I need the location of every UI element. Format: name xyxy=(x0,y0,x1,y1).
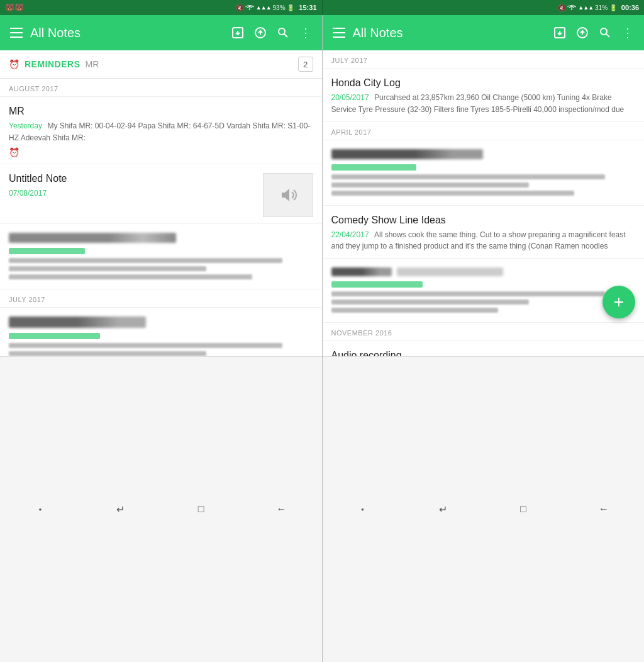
search-icon-left[interactable] xyxy=(274,24,292,42)
nav-dot-right[interactable]: ● xyxy=(350,496,375,522)
battery-left: 93% 🔋 xyxy=(273,4,295,11)
signal-right: ▲▲▲ xyxy=(578,4,593,11)
note-untitled[interactable]: Untitled Note 07/08/2017 xyxy=(0,164,322,224)
note-blurred-right-2[interactable] xyxy=(323,259,645,323)
left-toolbar: All Notes ⋮ xyxy=(0,15,322,50)
alarm-indicator: ⏰ xyxy=(9,147,313,157)
bottom-nav-right: ● ↵ □ ← xyxy=(323,356,645,663)
section-header-jul-right: JULY 2017 xyxy=(323,50,645,69)
wifi-icon-left xyxy=(245,4,254,11)
mute-icon-left: 🔇 xyxy=(236,4,243,11)
note-untitled-content: Untitled Note 07/08/2017 xyxy=(9,173,257,217)
search-icon-right[interactable] xyxy=(596,24,614,42)
right-panel-title: All Notes xyxy=(353,26,547,40)
reminders-bar[interactable]: ⏰ REMINDERS MR 2 xyxy=(0,50,322,79)
more-icon-right[interactable]: ⋮ xyxy=(619,24,636,42)
menu-icon-left[interactable] xyxy=(8,24,25,42)
nav-back-right[interactable]: ← xyxy=(591,496,616,522)
note-body-mr: Yesterday My Shifa MR: 00-04-02-94 Papa … xyxy=(9,120,313,143)
import-icon-left[interactable] xyxy=(229,24,247,42)
left-panel-title: All Notes xyxy=(30,26,224,40)
section-header-jul-left: JULY 2017 xyxy=(0,289,322,308)
svg-rect-2 xyxy=(10,36,23,38)
reminders-sublabel: MR xyxy=(86,59,99,69)
note-honda[interactable]: Honda City Log 20/05/2017 Purcahsed at 2… xyxy=(323,69,645,122)
left-panel: All Notes ⋮ ⏰ REMINDERS MR 2 AUGUST xyxy=(0,15,322,662)
battery-right: 31% 🔋 xyxy=(595,4,617,11)
note-thumb-audio xyxy=(263,173,313,217)
left-content: ⏰ REMINDERS MR 2 AUGUST 2017 MR Yesterda… xyxy=(0,50,322,356)
wifi-icon-right xyxy=(567,4,576,11)
section-header-apr: APRIL 2017 xyxy=(323,122,645,140)
nav-home-left[interactable]: □ xyxy=(189,496,214,522)
svg-rect-1 xyxy=(10,32,23,33)
right-content: JULY 2017 Honda City Log 20/05/2017 Purc… xyxy=(323,50,645,356)
nav-recent-left[interactable]: ↵ xyxy=(108,496,133,522)
status-bars: 🐻🐻 🔇 ▲▲▲ 93% 🔋 15:31 🔇 ▲▲▲ 31% 🔋 00:36 xyxy=(0,0,644,15)
nav-home-right[interactable]: □ xyxy=(511,496,536,522)
note-blurred-1[interactable] xyxy=(0,224,322,289)
import-icon-right[interactable] xyxy=(551,24,569,42)
note-comedy[interactable]: Comedy Show Line Ideas 22/04/2017 All sh… xyxy=(323,206,645,259)
time-left: 15:31 xyxy=(299,4,316,11)
note-mr[interactable]: MR Yesterday My Shifa MR: 00-04-02-94 Pa… xyxy=(0,97,322,164)
nav-recent-right[interactable]: ↵ xyxy=(430,496,455,522)
note-blurred-right-1[interactable] xyxy=(323,140,645,206)
svg-rect-9 xyxy=(333,36,345,38)
right-toolbar: All Notes ⋮ xyxy=(323,15,645,50)
note-blurred-2[interactable] xyxy=(0,308,322,356)
right-panel: All Notes ⋮ JULY 2017 Honda City Log 20/… xyxy=(322,15,645,662)
reminders-label: REMINDERS xyxy=(25,59,80,69)
panels-container: All Notes ⋮ ⏰ REMINDERS MR 2 AUGUST xyxy=(0,15,644,662)
svg-rect-7 xyxy=(333,28,345,29)
section-header-aug: AUGUST 2017 xyxy=(0,79,322,97)
time-right: 00:36 xyxy=(621,4,639,11)
signal-left: ▲▲▲ xyxy=(256,4,271,11)
svg-line-6 xyxy=(284,34,287,37)
fab-right[interactable]: + xyxy=(602,286,635,318)
bottom-nav-left: ● ↵ □ ← xyxy=(0,356,322,663)
svg-point-5 xyxy=(279,28,285,35)
status-bar-right: 🔇 ▲▲▲ 31% 🔋 00:36 xyxy=(322,0,645,15)
note-audio[interactable]: Audio recording 17/11/2016 xyxy=(323,341,645,356)
status-icons-left: 🐻🐻 xyxy=(5,3,24,12)
reminders-badge: 2 xyxy=(298,57,313,72)
nav-dot-left[interactable]: ● xyxy=(28,496,53,522)
nav-back-left[interactable]: ← xyxy=(269,496,294,522)
note-title-mr: MR xyxy=(9,106,313,117)
upload-icon-right[interactable] xyxy=(574,24,591,42)
menu-icon-right[interactable] xyxy=(330,24,348,42)
more-icon-left[interactable]: ⋮ xyxy=(297,24,314,42)
section-header-nov: NOVEMBER 2016 xyxy=(323,323,645,341)
alarm-icon: ⏰ xyxy=(9,59,19,69)
upload-icon-left[interactable] xyxy=(252,24,269,42)
svg-point-12 xyxy=(601,28,607,35)
svg-line-13 xyxy=(606,34,609,37)
status-bar-left: 🐻🐻 🔇 ▲▲▲ 93% 🔋 15:31 xyxy=(0,0,322,15)
mute-icon-right: 🔇 xyxy=(558,4,565,11)
svg-rect-0 xyxy=(10,28,23,29)
svg-rect-8 xyxy=(333,32,345,33)
